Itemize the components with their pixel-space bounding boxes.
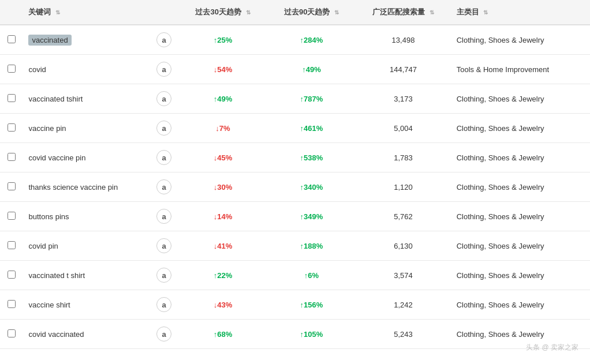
amazon-icon-cell: a	[150, 231, 178, 261]
trend30-cell: ↓30%	[178, 172, 267, 202]
amazon-icon-cell: a	[150, 290, 178, 320]
row-checkbox[interactable]	[8, 271, 16, 279]
trend30-cell: ↓43%	[178, 290, 267, 320]
row-checkbox[interactable]	[8, 94, 16, 102]
trend90-cell: ↑6%	[267, 261, 356, 290]
row-checkbox[interactable]	[8, 241, 16, 249]
trend90-value: ↑538%	[300, 153, 323, 162]
table-row: covid pina↓41%↑188%6,130Clothing, Shoes …	[0, 231, 590, 261]
row-checkbox[interactable]	[8, 182, 16, 190]
row-checkbox[interactable]	[8, 300, 16, 308]
amazon-icon[interactable]: a	[156, 91, 171, 106]
category-cell: Clothing, Shoes & Jewelry	[451, 320, 590, 349]
amazon-icon-cell: a	[150, 55, 178, 84]
trend30-cell: ↑68%	[178, 320, 267, 349]
trend90-cell: ↑538%	[267, 143, 356, 172]
category-cell: Clothing, Shoes & Jewelry	[451, 114, 590, 143]
col-header-trend30[interactable]: 过去30天趋势 ⇅	[178, 0, 267, 25]
trend90-cell: ↑340%	[267, 172, 356, 202]
trend30-cell: ↓54%	[178, 55, 267, 84]
row-checkbox[interactable]	[8, 65, 16, 73]
sort-icon-trend30[interactable]: ⇅	[246, 10, 251, 16]
row-checkbox[interactable]	[8, 123, 16, 132]
sort-icon-keyword[interactable]: ⇅	[55, 10, 60, 16]
trend30-value: ↑22%	[214, 271, 233, 280]
trend90-cell: ↑461%	[267, 114, 356, 143]
amazon-icon[interactable]: a	[156, 238, 171, 253]
trend30-cell: ↓14%	[178, 202, 267, 231]
amazon-icon[interactable]: a	[156, 297, 171, 312]
category-cell: Clothing, Shoes & Jewelry	[451, 172, 590, 202]
trend90-value: ↑188%	[300, 242, 323, 250]
amazon-icon-cell: a	[150, 320, 178, 349]
sort-icon-category[interactable]: ⇅	[483, 10, 488, 16]
trend30-value: ↓7%	[215, 124, 230, 133]
col-header-trend90[interactable]: 过去90天趋势 ⇅	[267, 0, 356, 25]
row-checkbox-cell	[0, 84, 23, 114]
amazon-icon[interactable]: a	[156, 150, 171, 165]
trend30-value: ↓45%	[214, 153, 233, 162]
row-checkbox[interactable]	[8, 35, 16, 43]
trend30-value: ↓41%	[214, 242, 233, 250]
sort-icon-search[interactable]: ⇅	[430, 10, 434, 16]
sort-icon-trend90[interactable]: ⇅	[334, 10, 339, 16]
search-volume-cell: 5,243	[356, 320, 450, 349]
search-volume-cell: 3,574	[356, 261, 450, 290]
row-checkbox[interactable]	[8, 153, 16, 161]
trend30-cell: ↓41%	[178, 231, 267, 261]
category-cell: Tools & Home Improvement	[451, 55, 590, 84]
amazon-icon[interactable]: a	[156, 209, 171, 224]
table-row: covid vaccine pina↓45%↑538%1,783Clothing…	[0, 143, 590, 172]
table-row: thanks science vaccine pina↓30%↑340%1,12…	[0, 172, 590, 202]
search-volume-cell: 5,762	[356, 202, 450, 231]
keyword-text: covid vaccine pin	[23, 143, 149, 172]
row-checkbox[interactable]	[8, 212, 16, 220]
trend90-cell: ↑156%	[267, 290, 356, 320]
trend30-value: ↓14%	[214, 212, 233, 221]
col-header-category[interactable]: 主类目 ⇅	[451, 0, 590, 25]
keyword-text: vaccinated t shirt	[23, 261, 149, 290]
table-row: covid vaccinateda↑68%↑105%5,243Clothing,…	[0, 320, 590, 349]
trend30-cell: ↑49%	[178, 84, 267, 114]
col-header-keyword[interactable]: 关键词 ⇅	[23, 0, 149, 25]
trend30-value: ↓30%	[214, 183, 233, 192]
category-cell: Clothing, Shoes & Jewelry	[451, 84, 590, 114]
trend30-cell: ↓7%	[178, 114, 267, 143]
keyword-cell: vaccinated	[23, 25, 149, 55]
row-checkbox-cell	[0, 202, 23, 231]
table-row: vaccinated t shirta↑22%↑6%3,574Clothing,…	[0, 261, 590, 290]
category-cell: Clothing, Shoes & Jewelry	[451, 143, 590, 172]
col-header-search[interactable]: 广泛匹配搜索量 ⇅	[356, 0, 450, 25]
trend30-value: ↓43%	[214, 301, 233, 309]
trend90-value: ↑49%	[302, 65, 321, 74]
category-cell: Clothing, Shoes & Jewelry	[451, 202, 590, 231]
amazon-icon[interactable]: a	[156, 179, 171, 194]
search-volume-cell: 144,747	[356, 55, 450, 84]
amazon-icon[interactable]: a	[156, 32, 171, 47]
row-checkbox-cell	[0, 231, 23, 261]
amazon-icon[interactable]: a	[156, 327, 171, 342]
keyword-text: vaccinated	[28, 35, 71, 46]
keyword-text: vaccine pin	[23, 114, 149, 143]
trend90-value: ↑6%	[304, 271, 319, 280]
amazon-icon-cell: a	[150, 84, 178, 114]
keyword-text: covid pin	[23, 231, 149, 261]
col-header-icon	[150, 0, 178, 25]
row-checkbox[interactable]	[8, 329, 16, 337]
amazon-icon[interactable]: a	[156, 62, 171, 77]
table-row: vaccinated tshirta↑49%↑787%3,173Clothing…	[0, 84, 590, 114]
table-header-row: 关键词 ⇅ 过去30天趋势 ⇅ 过去90天趋势 ⇅ 广泛匹配搜索量 ⇅ 主类目	[0, 0, 590, 25]
amazon-icon[interactable]: a	[156, 268, 171, 283]
row-checkbox-cell	[0, 172, 23, 202]
category-cell: Clothing, Shoes & Jewelry	[451, 290, 590, 320]
amazon-icon-cell: a	[150, 25, 178, 55]
amazon-icon-cell: a	[150, 114, 178, 143]
trend90-cell: ↑105%	[267, 320, 356, 349]
table-row: vaccine pina↓7%↑461%5,004Clothing, Shoes…	[0, 114, 590, 143]
keyword-text: covid	[23, 55, 149, 84]
amazon-icon[interactable]: a	[156, 121, 171, 136]
amazon-icon-cell: a	[150, 261, 178, 290]
row-checkbox-cell	[0, 55, 23, 84]
trend90-cell: ↑787%	[267, 84, 356, 114]
trend30-value: ↑25%	[214, 36, 233, 44]
